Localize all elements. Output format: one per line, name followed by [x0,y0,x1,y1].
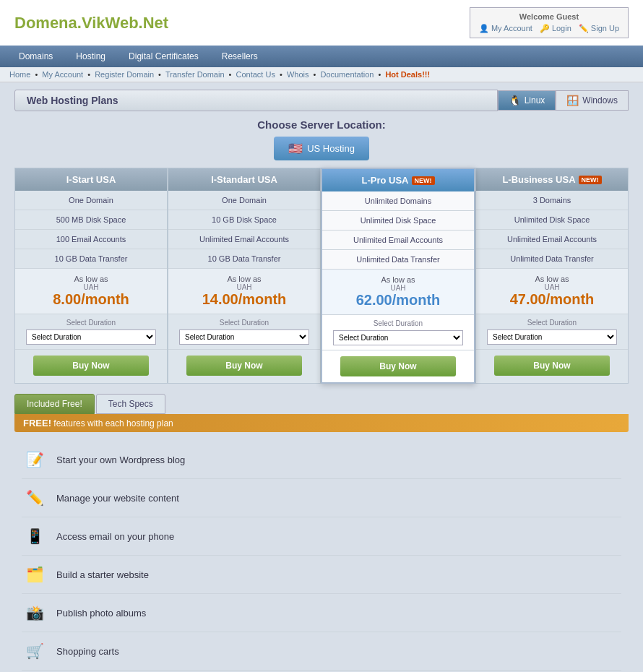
feature-text-cms: Manage your website content [56,493,179,504]
plan-price-section: As low as UAH 8.00/month [15,269,167,314]
feature-item-wordpress: 📝 Start your own Wordpress blog [22,441,621,479]
plan-row-domain-2: Unlimited Domains [322,191,474,211]
tab-linux[interactable]: 🐧 Linux [498,90,556,111]
feature-item-cart: 🛒 Shopping carts [22,632,621,671]
login-link[interactable]: 🔑 Login [540,24,571,33]
shopping-cart-icon: 🛒 [22,638,48,664]
plan-l-business-usa: L-Business USA NEW! 3 Domains Unlimited … [475,168,629,384]
plan-row-disk-3: Unlimited Disk Space [476,210,628,230]
plan-name-i-standart: I-Standart USA [168,168,320,191]
feature-tabs: Included Free! Tech Specs [14,394,629,414]
breadcrumb: Home • My Account • Register Domain • Tr… [0,67,643,82]
signup-icon: ✏️ [579,24,589,33]
duration-select-3[interactable]: Select Duration 1 Month 6 Months 12 Mont… [487,329,617,345]
feature-item-photo: 📸 Publish photo albums [22,594,621,632]
features-list: 📝 Start your own Wordpress blog ✏️ Manag… [14,441,629,672]
feature-item-email-phone: 📱 Access email on your phone [22,517,621,556]
plan-row-domain-1: One Domain [168,191,320,210]
breadcrumb-transfer[interactable]: Transfer Domain [165,70,225,79]
breadcrumb-register[interactable]: Register Domain [95,70,154,79]
nav-resellers[interactable]: Resellers [210,46,269,67]
duration-select-0[interactable]: Select Duration 1 Month 6 Months 12 Mont… [26,329,156,345]
breadcrumb-hotdeals[interactable]: Hot Deals!!! [385,70,430,79]
plan-row-email-1: Unlimited Email Accounts [168,230,320,249]
breadcrumb-myaccount[interactable]: My Account [42,70,83,79]
feature-text-email-phone: Access email on your phone [56,531,174,542]
plan-row-transfer: 10 GB Data Transfer [15,249,167,269]
tab-included-free[interactable]: Included Free! [14,394,95,414]
feature-text-starter-website: Build a starter website [56,569,149,580]
page-title-bar: Web Hosting Plans 🐧 Linux 🪟 Windows [14,90,629,111]
buy-row-2: Buy Now [322,350,474,382]
feature-text-wordpress: Start your own Wordpress blog [56,455,185,465]
photo-albums-icon: 📸 [22,600,48,626]
nav-domains[interactable]: Domains [7,46,64,67]
plan-i-standart-usa: I-Standart USA One Domain 10 GB Disk Spa… [168,168,321,384]
plan-name-i-start: I-Start USA [15,168,167,191]
feature-item-cms: ✏️ Manage your website content [22,479,621,517]
site-logo: Domena.VikWeb.Net [14,14,168,33]
login-icon: 🔑 [540,24,550,33]
duration-select-1[interactable]: Select Duration 1 Month 6 Months 12 Mont… [179,329,309,345]
duration-select-2[interactable]: Select Duration 1 Month 6 Months 12 Mont… [333,330,463,345]
plan-duration-2: Select Duration Select Duration 1 Month … [322,315,474,350]
welcome-box: Welcome Guest 👤 My Account 🔑 Login ✏️ Si… [470,7,629,38]
breadcrumb-docs[interactable]: Documentation [320,70,374,79]
plan-row-transfer-3: Unlimited Data Transfer [476,249,628,269]
breadcrumb-contact[interactable]: Contact Us [236,70,275,79]
plan-row-disk: 500 MB Disk Space [15,210,167,230]
nav-hosting[interactable]: Hosting [64,46,117,67]
location-title: Choose Server Location: [14,119,629,131]
plan-row-disk-1: 10 GB Disk Space [168,210,320,230]
website-builder-icon: 🗂️ [22,561,48,587]
new-badge-lbusiness: NEW! [579,176,602,184]
account-icon: 👤 [479,24,489,33]
my-account-link[interactable]: 👤 My Account [479,24,532,33]
email-phone-icon: 📱 [22,523,48,549]
plan-row-email-3: Unlimited Email Accounts [476,230,628,249]
tab-windows[interactable]: 🪟 Windows [556,90,629,111]
plan-row-email: 100 Email Accounts [15,230,167,249]
os-tabs: 🐧 Linux 🪟 Windows [498,90,629,111]
buy-button-0[interactable]: Buy Now [33,356,149,376]
plan-name-l-pro: L-Pro USA NEW! [322,169,474,191]
breadcrumb-home[interactable]: Home [9,70,30,79]
plan-row-domain: One Domain [15,191,167,210]
wordpress-icon: 📝 [22,447,48,473]
plan-duration: Select Duration Select Duration 1 Month … [15,314,167,350]
plan-row-disk-2: Unlimited Disk Space [322,211,474,231]
buy-row-3: Buy Now [476,350,628,382]
new-badge-lpro: NEW! [412,176,435,185]
location-button[interactable]: 🇺🇸 US Hosting [274,137,369,160]
buy-button-1[interactable]: Buy Now [186,356,302,376]
feature-item-starter-website: 🗂️ Build a starter website [22,556,621,594]
plan-price-section-1: As low as UAH 14.00/month [168,269,320,314]
location-section: Choose Server Location: 🇺🇸 US Hosting [14,119,629,160]
buy-row-0: Buy Now [15,350,167,382]
nav-certs[interactable]: Digital Certificates [117,46,210,67]
signup-link[interactable]: ✏️ Sign Up [579,24,619,33]
main-nav: Domains Hosting Digital Certificates Res… [0,46,643,67]
plan-price-section-3: As low as UAH 47.00/month [476,269,628,314]
windows-icon: 🪟 [566,95,579,106]
buy-button-3[interactable]: Buy Now [494,356,610,376]
tab-tech-specs[interactable]: Tech Specs [96,394,165,414]
feature-text-photo: Publish photo albums [56,608,146,619]
free-banner: FREE! features with each hosting plan [14,414,629,432]
linux-icon: 🐧 [509,95,521,106]
plan-row-email-2: Unlimited Email Accounts [322,231,474,250]
buy-button-2[interactable]: Buy Now [340,356,456,376]
plan-row-domain-3: 3 Domains [476,191,628,210]
page-title: Web Hosting Plans [14,90,498,111]
plan-price-section-2: As low as UAH 62.00/month [322,270,474,315]
plan-duration-3: Select Duration Select Duration 1 Month … [476,314,628,350]
us-flag-icon: 🇺🇸 [288,142,303,155]
plan-row-transfer-1: 10 GB Data Transfer [168,249,320,269]
feature-text-cart: Shopping carts [56,646,119,657]
buy-row-1: Buy Now [168,350,320,382]
breadcrumb-whois[interactable]: Whois [287,70,309,79]
plan-i-start-usa: I-Start USA One Domain 500 MB Disk Space… [14,168,168,384]
plan-duration-1: Select Duration Select Duration 1 Month … [168,314,320,350]
plans-container: I-Start USA One Domain 500 MB Disk Space… [14,168,629,384]
plan-l-pro-usa: L-Pro USA NEW! Unlimited Domains Unlimit… [321,168,475,384]
